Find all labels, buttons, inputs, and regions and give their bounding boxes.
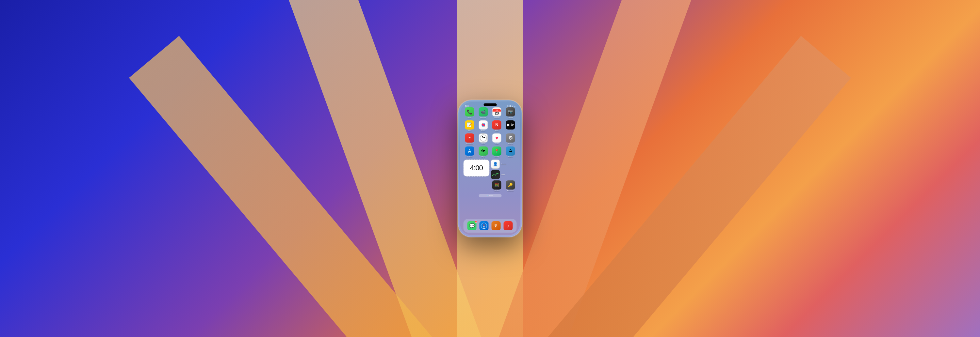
- status-time: 4:00: [465, 105, 469, 107]
- app-icon-phone[interactable]: 📞: [465, 108, 474, 117]
- app-item-weather[interactable]: 🌤 Weather: [504, 147, 517, 158]
- app-label-photos: Photos: [481, 130, 485, 131]
- app-label-health: Health: [495, 143, 499, 144]
- app-item-clock[interactable]: Clock: [477, 133, 489, 144]
- app-icon-notes[interactable]: 📝: [465, 120, 474, 130]
- app-item-appstore[interactable]: A App Store: [463, 147, 476, 158]
- search-label: Search: [489, 195, 493, 196]
- battery-icon: ▭: [514, 105, 515, 107]
- app-icon-findmy[interactable]: 📍: [492, 147, 501, 156]
- app-icon-clock[interactable]: [479, 133, 488, 142]
- app-icon-camera[interactable]: 📷: [506, 108, 515, 117]
- app-item-tv[interactable]: ▶ tv TV: [504, 120, 517, 131]
- app-label-calculator: Calculator: [494, 190, 500, 191]
- background: 4:00 ▌▌▌ ⊛ ▭ 📞 Phone: [0, 0, 980, 337]
- app-icon-contacts[interactable]: 👤: [491, 160, 500, 169]
- dock-item-overcast[interactable]: 🎙: [491, 221, 500, 230]
- dock-item-music[interactable]: ♪: [503, 221, 512, 230]
- app-icon-photos[interactable]: [479, 120, 488, 130]
- app-icon-passwords[interactable]: 🔑: [506, 180, 515, 190]
- svg-marker-9: [484, 223, 485, 226]
- app-item-stocks[interactable]: Stocks: [491, 170, 517, 179]
- app-item-settings[interactable]: ⚙ Settings: [504, 133, 517, 144]
- app-item-maps[interactable]: 🗺 Maps: [477, 147, 489, 158]
- app-label-stocks: Stocks: [501, 174, 505, 175]
- app-item-news[interactable]: N News: [491, 120, 503, 131]
- app-label-findmy: Find My: [495, 156, 499, 158]
- gear-icon: ⚙: [508, 135, 513, 141]
- clock-widget[interactable]: 4:00: [463, 160, 490, 177]
- app-label-phone: Phone: [468, 117, 472, 119]
- app-label-weather: Weather: [508, 156, 513, 158]
- app-label-maps: Maps: [482, 156, 485, 158]
- app-item-contacts[interactable]: 👤 Contacts: [491, 160, 517, 169]
- app-item-health[interactable]: ♥ Health: [491, 133, 503, 144]
- app-label-facetime: FaceTime: [480, 117, 486, 119]
- app-icon-stocks[interactable]: [491, 170, 500, 179]
- app-item-photos[interactable]: Photos: [477, 120, 489, 131]
- signal-icon: ▌▌▌: [508, 105, 511, 107]
- stocks-chart-icon: [492, 172, 498, 177]
- app-label-contacts: Contacts: [501, 163, 506, 165]
- app-icon-facetime[interactable]: 📹: [479, 108, 488, 117]
- app-label-passwords: Passwords: [508, 190, 514, 191]
- app-item-findmy[interactable]: 📍 Find My: [491, 147, 503, 158]
- photos-svg: [480, 121, 487, 128]
- app-label-reminders: Reminders: [466, 143, 473, 144]
- app-item-passwords[interactable]: 🔑 Passwords: [504, 180, 517, 191]
- dock-icon-safari[interactable]: [480, 221, 489, 230]
- app-label-calendar: Calendar: [494, 117, 500, 119]
- clock-face: [480, 134, 487, 142]
- search-bar[interactable]: 🔍 Search: [479, 194, 501, 197]
- app-item-reminders[interactable]: ≡ Reminders: [463, 133, 476, 144]
- dock: 💬 2: [463, 219, 517, 233]
- dynamic-island: [484, 103, 496, 106]
- app-icon-health[interactable]: ♥: [492, 133, 501, 142]
- dock-item-messages[interactable]: 💬 2: [468, 221, 477, 230]
- status-icons: ▌▌▌ ⊛ ▭: [508, 105, 515, 107]
- app-item-calendar[interactable]: TUE 23 Calendar: [491, 108, 503, 119]
- wifi-icon: ⊛: [512, 105, 513, 107]
- app-icon-calculator[interactable]: 🧮: [492, 180, 501, 190]
- svg-marker-10: [484, 226, 485, 228]
- app-label-appstore: App Store: [466, 156, 473, 158]
- app-label-news: News: [495, 130, 498, 131]
- phone-body: 4:00 ▌▌▌ ⊛ ▭ 📞 Phone: [458, 100, 522, 237]
- app-icon-settings[interactable]: ⚙: [506, 133, 515, 142]
- phone-frame: 4:00 ▌▌▌ ⊛ ▭ 📞 Phone: [458, 100, 522, 237]
- app-item-calculator[interactable]: 🧮 Calculator: [491, 180, 503, 191]
- app-icon-maps[interactable]: 🗺: [479, 147, 488, 156]
- app-icon-appstore[interactable]: A: [465, 147, 474, 156]
- app-label-tv: TV: [510, 130, 511, 131]
- search-icon: 🔍: [487, 195, 488, 196]
- app-item-notes[interactable]: 📝 Notes: [463, 120, 476, 131]
- app-label-camera: Camera: [508, 117, 513, 119]
- dock-item-safari[interactable]: [480, 221, 489, 230]
- app-item-facetime[interactable]: 📹 FaceTime: [477, 108, 489, 119]
- dock-icon-messages[interactable]: 💬 2: [468, 221, 477, 230]
- app-label-notes: Notes: [468, 130, 471, 131]
- app-icon-reminders[interactable]: ≡: [465, 133, 474, 142]
- app-icon-tv[interactable]: ▶ tv: [506, 120, 515, 130]
- safari-compass-icon: [481, 223, 487, 229]
- app-grid-row1: 📞 Phone 📹 FaceTime TUE: [460, 106, 520, 158]
- app-item-phone[interactable]: 📞 Phone: [463, 108, 476, 119]
- app-label-settings: Settings: [508, 143, 512, 144]
- dock-icon-music[interactable]: ♪: [503, 221, 512, 230]
- app-icon-news[interactable]: N: [492, 120, 501, 130]
- phone-screen: 4:00 ▌▌▌ ⊛ ▭ 📞 Phone: [460, 102, 520, 235]
- messages-badge: 2: [475, 220, 477, 223]
- search-bar-wrapper: 🔍 Search: [460, 193, 520, 199]
- calendar-date: 23: [495, 112, 499, 115]
- clock-widget-time: 4:00: [470, 164, 483, 172]
- dock-icon-overcast[interactable]: 🎙: [491, 221, 500, 230]
- app-item-camera[interactable]: 📷 Camera: [504, 108, 517, 119]
- app-icon-weather[interactable]: 🌤: [506, 147, 515, 156]
- app-icon-calendar[interactable]: TUE 23: [492, 108, 501, 117]
- app-label-clock: Clock: [482, 143, 485, 144]
